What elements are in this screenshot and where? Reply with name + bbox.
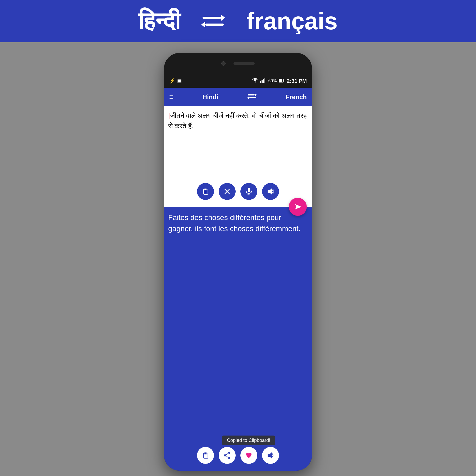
target-language-button[interactable]: French [286, 93, 307, 101]
output-action-buttons: Copied to Clipboard! [168, 447, 308, 466]
banner-french-label: français [246, 8, 337, 35]
svg-rect-29 [204, 452, 207, 454]
svg-rect-5 [260, 81, 261, 83]
wifi-icon [252, 78, 258, 84]
menu-button[interactable]: ≡ [169, 93, 173, 101]
svg-rect-7 [263, 79, 264, 83]
banner-swap-icon [201, 12, 225, 30]
svg-marker-3 [201, 21, 205, 28]
svg-rect-6 [262, 80, 263, 83]
input-action-buttons [168, 183, 308, 203]
favorite-output-button[interactable] [240, 447, 257, 464]
battery-icon [279, 78, 285, 84]
svg-line-36 [226, 453, 228, 455]
clipboard-output-button[interactable] [197, 447, 214, 464]
usb-icon: ⚡ [169, 78, 175, 84]
svg-rect-12 [248, 94, 255, 95]
svg-point-4 [255, 81, 256, 83]
output-area: Faites des choses différentes pour gagne… [164, 207, 312, 471]
output-text: Faites des choses différentes pour gagne… [168, 212, 308, 444]
copied-tooltip: Copied to Clipboard! [222, 436, 275, 445]
status-right: 60% 2:31 PM [252, 78, 307, 84]
svg-rect-11 [283, 80, 284, 81]
svg-marker-15 [247, 96, 249, 99]
screenshot-icon: ▣ [177, 78, 182, 84]
svg-line-37 [226, 456, 228, 457]
translate-button[interactable] [289, 198, 307, 216]
svg-rect-14 [249, 97, 256, 98]
svg-rect-2 [205, 24, 224, 26]
svg-point-35 [228, 457, 230, 459]
phone-frame: ⚡ ▣ [164, 53, 312, 471]
swap-languages-button[interactable] [247, 93, 257, 102]
top-banner: हिन्दी français [0, 0, 476, 42]
svg-marker-38 [268, 452, 272, 459]
phone-top-bar [164, 53, 312, 74]
clipboard-button[interactable] [197, 183, 214, 200]
svg-rect-17 [204, 189, 207, 190]
svg-rect-8 [264, 78, 265, 83]
status-left: ⚡ ▣ [169, 78, 182, 84]
share-output-button[interactable] [219, 447, 236, 464]
battery-text: 60% [268, 79, 277, 83]
phone-front-camera [221, 61, 226, 66]
input-area: |जीतने वाले अलग चीजें नहीं करते, वो चीजो… [164, 106, 312, 207]
clear-button[interactable] [219, 183, 236, 200]
phone-container: ⚡ ▣ [0, 42, 476, 476]
svg-marker-1 [221, 15, 225, 21]
phone-screen: ⚡ ▣ [164, 74, 312, 471]
svg-rect-23 [248, 188, 250, 192]
svg-point-34 [224, 454, 226, 456]
status-bar: ⚡ ▣ [164, 74, 312, 88]
signal-icon [260, 78, 266, 84]
banner-hindi-label: हिन्दी [138, 7, 180, 35]
source-language-button[interactable]: Hindi [203, 93, 218, 101]
svg-marker-13 [255, 93, 257, 97]
time-display: 2:31 PM [287, 78, 307, 84]
speaker-output-button[interactable] [262, 447, 279, 464]
mic-button[interactable] [240, 183, 257, 200]
svg-point-33 [228, 452, 230, 454]
svg-rect-0 [203, 17, 221, 19]
svg-marker-27 [295, 204, 301, 209]
phone-earpiece [234, 62, 255, 65]
svg-rect-10 [279, 79, 282, 82]
text-cursor: | [168, 112, 170, 120]
app-toolbar: ≡ Hindi French [164, 88, 312, 106]
speaker-input-button[interactable] [262, 183, 279, 200]
svg-marker-26 [268, 188, 272, 195]
input-text[interactable]: |जीतने वाले अलग चीजें नहीं करते, वो चीजो… [168, 111, 308, 180]
